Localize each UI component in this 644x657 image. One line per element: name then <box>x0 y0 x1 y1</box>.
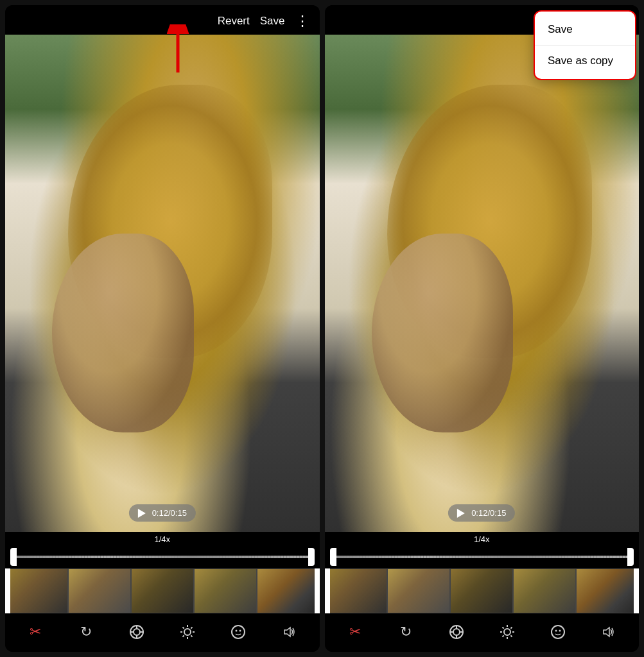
svg-marker-39 <box>604 627 609 636</box>
right-video-area: 0:12/0:15 <box>325 35 640 532</box>
right-rotate-tool[interactable]: ↻ <box>395 621 417 643</box>
right-bottom-toolbar: ✂ ↻ <box>325 613 640 652</box>
left-thumb-2 <box>68 568 131 613</box>
svg-line-16 <box>183 635 184 636</box>
svg-line-14 <box>191 635 193 636</box>
right-thumbnails-strip <box>325 568 640 613</box>
brightness-icon <box>179 624 196 640</box>
right-trim-track[interactable] <box>325 548 640 566</box>
left-thumb-5 <box>257 568 320 613</box>
right-playback-control[interactable]: 0:12/0:15 <box>448 504 515 522</box>
left-trim-middle[interactable] <box>17 556 308 558</box>
right-volume-tool[interactable] <box>597 621 619 643</box>
left-thumbnails-strip <box>5 568 320 613</box>
right-thumb-3 <box>450 568 513 613</box>
face-icon <box>230 624 247 640</box>
left-thumb-right-bracket <box>315 568 320 613</box>
right-filter-tool[interactable] <box>446 621 467 643</box>
right-brightness-tool[interactable] <box>496 621 518 643</box>
left-phone-screen: Revert Save ⋮ 0:12/0:15 1/4x <box>5 5 320 652</box>
right-thumb-left-bracket <box>325 568 330 613</box>
svg-line-13 <box>183 627 184 629</box>
right-play-icon <box>457 509 466 518</box>
svg-line-32 <box>502 627 503 629</box>
svg-point-22 <box>453 629 460 635</box>
left-thumb-left-bracket <box>5 568 10 613</box>
svg-point-17 <box>232 626 245 638</box>
right-trim-middle[interactable] <box>336 556 628 558</box>
left-video-area: 0:12/0:15 <box>5 35 320 532</box>
right-speed-badge: 1/4x <box>325 532 640 545</box>
right-time-label: 0:12/0:15 <box>471 508 506 518</box>
svg-point-38 <box>559 630 561 632</box>
left-thumb-1 <box>5 568 68 613</box>
left-thumb-4 <box>194 568 257 613</box>
right-trim-left-handle[interactable] <box>330 548 336 566</box>
left-time-label: 0:12/0:15 <box>152 508 187 518</box>
right-thumb-4 <box>513 568 576 613</box>
svg-point-37 <box>555 630 557 632</box>
right-filter-icon <box>448 624 465 640</box>
left-more-button[interactable]: ⋮ <box>295 13 309 30</box>
left-video-content <box>5 35 320 532</box>
right-face-icon <box>550 624 566 640</box>
left-trim-track[interactable] <box>5 548 320 566</box>
svg-point-19 <box>239 630 241 632</box>
left-thumb-3 <box>131 568 194 613</box>
right-face-tool[interactable] <box>547 621 569 643</box>
left-trim-right-handle[interactable] <box>308 548 315 566</box>
right-thumb-right-bracket <box>634 568 639 613</box>
left-face-tool[interactable] <box>227 621 249 643</box>
svg-line-33 <box>510 635 512 636</box>
left-save-button[interactable]: Save <box>260 15 285 28</box>
save-as-copy-option[interactable]: Save as copy <box>535 46 635 76</box>
left-play-icon <box>138 509 147 518</box>
left-filter-tool[interactable] <box>126 621 148 643</box>
right-thumb-2 <box>387 568 450 613</box>
svg-point-18 <box>236 630 238 632</box>
svg-point-27 <box>504 629 510 635</box>
left-revert-button[interactable]: Revert <box>218 15 250 28</box>
right-scissors-tool[interactable]: ✂ <box>344 621 366 643</box>
filter-icon <box>128 624 145 640</box>
left-bottom-toolbar: ✂ ↻ <box>5 613 320 652</box>
right-video-content <box>325 35 640 532</box>
left-playback-control[interactable]: 0:12/0:15 <box>129 504 196 522</box>
save-option[interactable]: Save <box>535 14 635 46</box>
svg-marker-20 <box>284 627 290 636</box>
svg-line-35 <box>502 635 503 636</box>
left-trim-bar[interactable] <box>5 545 320 568</box>
screenshots-container: Revert Save ⋮ 0:12/0:15 1/4x <box>0 0 644 657</box>
left-brightness-tool[interactable] <box>177 621 198 643</box>
right-trim-right-handle[interactable] <box>627 548 634 566</box>
right-trim-ticks <box>336 556 628 558</box>
left-scissors-tool[interactable]: ✂ <box>24 621 46 643</box>
left-rotate-tool[interactable]: ↻ <box>75 621 97 643</box>
svg-point-36 <box>552 626 564 638</box>
right-thumb-1 <box>325 568 388 613</box>
svg-point-8 <box>184 629 191 635</box>
left-trim-ticks <box>17 556 308 558</box>
right-volume-icon <box>600 624 616 640</box>
svg-line-15 <box>191 627 193 629</box>
right-trim-bar[interactable] <box>325 545 640 568</box>
right-brightness-icon <box>499 624 516 640</box>
left-trim-left-handle[interactable] <box>10 548 17 566</box>
save-dropdown-menu: Save Save as copy <box>534 10 636 80</box>
left-speed-badge: 1/4x <box>5 532 320 545</box>
svg-point-3 <box>134 629 140 635</box>
left-volume-tool[interactable] <box>278 621 300 643</box>
left-top-bar: Revert Save ⋮ <box>5 5 320 35</box>
svg-line-34 <box>510 627 512 629</box>
right-thumb-5 <box>576 568 639 613</box>
right-phone-screen: Re ⋮ Save Save as copy 0:12/0:15 1/4x <box>325 5 640 652</box>
volume-icon <box>281 624 297 640</box>
